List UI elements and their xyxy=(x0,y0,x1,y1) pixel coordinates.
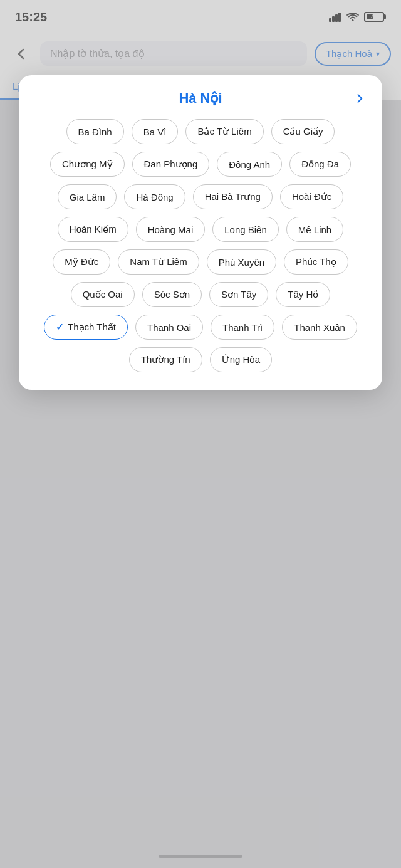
district-label: Thanh Oai xyxy=(147,322,191,333)
district-label: Chương Mỹ xyxy=(62,159,113,170)
district-label: Ứng Hòa xyxy=(222,354,260,365)
district-label: Ba Vì xyxy=(143,127,167,137)
district-tag-bac-tu-liem[interactable]: Bắc Từ Liêm xyxy=(185,119,263,144)
district-tag-ba-vi[interactable]: Ba Vì xyxy=(132,119,179,144)
district-tag-phuc-tho[interactable]: Phúc Thọ xyxy=(284,249,348,275)
district-label: Tây Hồ xyxy=(288,289,318,300)
district-tag-cau-giay[interactable]: Cầu Giấy xyxy=(271,119,335,144)
district-label: Bắc Từ Liêm xyxy=(197,126,251,137)
modal-next-button[interactable] xyxy=(350,88,370,108)
district-tag-quoc-oai[interactable]: Quốc Oai xyxy=(71,282,135,307)
district-label: Thạch Thất xyxy=(68,322,116,333)
district-label: Nam Từ Liêm xyxy=(130,256,187,268)
district-label: Thanh Trì xyxy=(222,322,263,333)
district-tag-my-duc[interactable]: Mỹ Đức xyxy=(53,249,110,275)
district-label: Mỹ Đức xyxy=(65,256,98,268)
districts-container: Ba ĐìnhBa VìBắc Từ LiêmCầu GiấyChương Mỹ… xyxy=(31,119,370,372)
district-tag-hoan-kiem[interactable]: Hoàn Kiếm xyxy=(58,217,128,242)
district-tag-ung-hoa[interactable]: Ứng Hòa xyxy=(210,347,272,372)
district-tag-dong-anh[interactable]: Đông Anh xyxy=(217,152,282,177)
district-tag-thanh-xuan[interactable]: Thanh Xuân xyxy=(282,315,357,340)
district-tag-soc-son[interactable]: Sóc Sơn xyxy=(142,282,202,307)
district-tag-phu-xuyen[interactable]: Phú Xuyên xyxy=(207,249,276,275)
district-tag-ba-dinh[interactable]: Ba Đình xyxy=(66,119,124,144)
district-tag-hoang-mai[interactable]: Hoàng Mai xyxy=(136,217,206,242)
district-label: Thanh Xuân xyxy=(294,322,345,333)
district-label: Phú Xuyên xyxy=(219,257,264,268)
district-label: Đống Đa xyxy=(301,159,339,170)
district-label: Long Biên xyxy=(224,224,267,235)
district-label: Đan Phượng xyxy=(144,159,198,170)
district-label: Quốc Oai xyxy=(83,289,123,300)
district-tag-hai-ba-trung[interactable]: Hai Bà Trưng xyxy=(193,184,273,209)
district-tag-dan-phuong[interactable]: Đan Phượng xyxy=(132,152,210,177)
district-label: Phúc Thọ xyxy=(296,256,336,268)
check-icon: ✓ xyxy=(56,322,64,333)
district-tag-thanh-tri[interactable]: Thanh Trì xyxy=(211,315,274,340)
district-tag-thach-that[interactable]: ✓Thạch Thất xyxy=(44,315,128,340)
district-modal: Hà Nội Ba ĐìnhBa VìBắc Từ LiêmCầu GiấyCh… xyxy=(19,75,382,390)
district-label: Đông Anh xyxy=(229,159,270,170)
district-label: Ba Đình xyxy=(78,127,112,137)
district-tag-nam-tu-liem[interactable]: Nam Từ Liêm xyxy=(118,249,199,275)
district-tag-hoai-duc[interactable]: Hoài Đức xyxy=(280,184,343,209)
district-tag-ha-dong[interactable]: Hà Đông xyxy=(124,184,185,209)
district-tag-tay-ho[interactable]: Tây Hồ xyxy=(276,282,330,307)
district-label: Sơn Tây xyxy=(221,289,256,300)
district-label: Hoàn Kiếm xyxy=(70,224,117,235)
district-tag-thanh-oai[interactable]: Thanh Oai xyxy=(135,315,203,340)
district-label: Hoàng Mai xyxy=(148,224,194,235)
district-label: Gia Lâm xyxy=(70,192,105,202)
modal-header: Hà Nội xyxy=(31,90,370,107)
district-label: Sóc Sơn xyxy=(154,289,190,300)
district-tag-gia-lam[interactable]: Gia Lâm xyxy=(58,184,117,209)
district-tag-dong-da[interactable]: Đống Đa xyxy=(289,152,351,177)
district-label: Hai Bà Trưng xyxy=(205,191,261,202)
district-label: Hà Đông xyxy=(136,192,173,202)
district-tag-long-bien[interactable]: Long Biên xyxy=(212,217,279,242)
district-tag-me-linh[interactable]: Mê Linh xyxy=(286,217,343,242)
modal-title: Hà Nội xyxy=(179,90,222,107)
district-label: Mê Linh xyxy=(298,224,331,235)
district-tag-son-tay[interactable]: Sơn Tây xyxy=(209,282,268,307)
district-label: Cầu Giấy xyxy=(283,126,323,137)
district-tag-chuong-my[interactable]: Chương Mỹ xyxy=(50,152,125,177)
district-tag-thuong-tin[interactable]: Thường Tín xyxy=(129,347,202,372)
district-label: Hoài Đức xyxy=(292,191,331,202)
district-label: Thường Tín xyxy=(141,354,190,365)
